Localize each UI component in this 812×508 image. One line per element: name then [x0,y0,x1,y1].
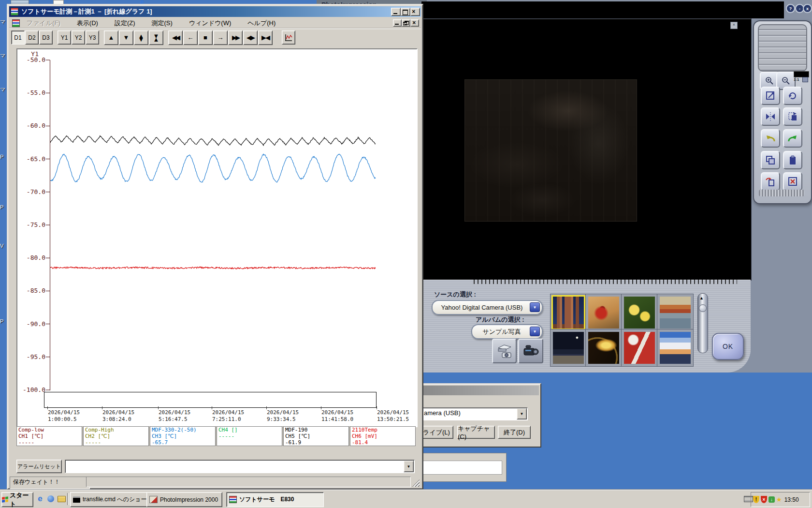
quicklaunch-mail-icon[interactable] [45,493,56,504]
tool-panel-ridge [759,190,804,196]
background-window-field [416,461,502,475]
titlebar[interactable]: ソフトサーモ計測－計測1 － [折れ線グラフ 1] × [9,6,421,17]
menu-file[interactable]: ファイル(F) [27,19,60,28]
flip-horizontal-button[interactable] [761,107,780,126]
compress-horizontal-button[interactable]: ▶◀ [258,30,273,45]
thumbnail-cardinal-bird[interactable] [585,294,622,331]
thumbnail-city-night[interactable] [550,329,587,367]
chevron-down-icon[interactable]: ▼ [530,302,540,312]
chevron-down-icon[interactable]: ▼ [517,408,527,419]
d1-button[interactable]: D1 [11,30,25,45]
thumbnail-sunset-clouds[interactable] [657,329,694,367]
channel-cell-ch2[interactable]: Comp-HighCH2 [℃]----- [83,426,149,446]
close-button[interactable]: × [410,8,420,16]
undo-button[interactable] [761,129,780,148]
quicklaunch-folder-icon[interactable] [56,493,67,504]
channel-cell-ch6[interactable]: 2110TempCH6 [mV]-81.4 [350,426,416,446]
channel-cell-ch1[interactable]: Comp-lowCH1 [℃]----- [16,426,82,446]
expand-vertical-button[interactable]: ▲ ▼ [134,30,148,45]
thumbnail-yellow-flowers[interactable] [621,294,658,331]
mdi-close-button[interactable]: × [410,19,419,27]
preview-close-icon[interactable]: × [730,22,738,29]
update-icon[interactable]: ↓ [768,496,775,503]
thumbnail-gold-abstract[interactable] [585,329,622,367]
chevron-down-icon[interactable]: ▼ [530,327,540,336]
chevron-down-icon[interactable]: ▼ [404,461,414,472]
ok-button[interactable]: OK [712,333,744,360]
source-select-dropdown[interactable]: Yahoo! Digital Camera (USB) ▼ [432,300,543,315]
menu-help[interactable]: ヘルプ(H) [247,19,276,28]
task-softthermo[interactable]: ソフトサーモ E830 [226,492,324,507]
help-button[interactable]: ? [786,4,795,13]
scrollbar-thumb[interactable] [699,304,707,312]
camera-preview-image [464,79,637,222]
close-button[interactable]: x [803,4,812,13]
camera-preview-area: × [416,18,752,281]
video-camera-button[interactable] [518,339,543,363]
star-icon[interactable]: ★ [776,496,782,503]
scroll-down-button[interactable]: ▼ [119,30,133,45]
task-transfile[interactable]: transfile.cmd へのショート... [70,492,150,507]
thumbnail-rock-spires[interactable] [550,294,587,331]
security-error-icon[interactable]: × [761,496,767,503]
maximize-button[interactable] [401,8,410,16]
channel-cell-ch5[interactable]: MDF-190CH5 [℃]-61.9 [283,426,349,446]
d3-button[interactable]: D3 [39,30,53,45]
fit-window-icon[interactable] [802,77,808,82]
crop-rotate-button[interactable] [783,107,802,126]
resize-button[interactable] [761,87,780,105]
time-range-box[interactable] [44,392,377,408]
minimize-button[interactable] [391,8,401,16]
y2-button[interactable]: Y2 [72,30,85,45]
compress-vertical-button[interactable]: ▼ ▲ [149,30,163,45]
step-back-button[interactable]: ← [183,30,198,45]
scroll-up-icon[interactable]: ▲ [699,296,704,300]
close-image-button[interactable] [783,172,802,191]
thumbnail-ship-flag[interactable] [621,329,658,367]
album-select-value: サンプル写真 [482,328,531,336]
mdi-minimize-button[interactable] [393,19,402,27]
menu-view[interactable]: 表示(D) [77,19,98,28]
expand-horizontal-button[interactable]: ◀▶ [243,30,258,45]
source-select-label: ソースの選択 : [434,290,476,299]
thumbnail-harbor-town[interactable] [657,294,694,331]
live-button[interactable]: ライブ(L) [420,426,453,439]
source-select-value: Yahoo! Digital Camera (USB) [441,304,534,311]
exit-button[interactable]: 終了(D) [498,426,531,439]
capture-button[interactable]: キャプチャ(C) [457,426,495,439]
mdi-restore-button[interactable] [402,19,410,27]
channel-cell-ch4[interactable]: CH4 []----- [217,426,282,446]
delete-button[interactable] [761,172,780,191]
filmstrip-ruler [474,280,737,284]
zoom-ratio-label[interactable]: 1:1 [794,77,799,82]
y1-button[interactable]: Y1 [58,30,71,45]
scroll-up-button[interactable]: ▲ [104,30,118,45]
rotate-button[interactable] [783,87,802,105]
acquire-scanner-button[interactable] [492,339,517,363]
step-forward-button[interactable]: → [213,30,228,45]
clock[interactable]: 13:50 [784,496,799,503]
alarm-reset-button[interactable]: アラームリセット [16,460,62,473]
channel-cell-ch3[interactable]: MDF-330-2(-50)CH3 [℃]-65.7 [150,426,216,446]
alarm-message-combobox[interactable]: ▼ [65,460,415,473]
camera-source-combobox[interactable]: amera (USB) ▼ [405,407,528,420]
d2-button[interactable]: D2 [25,30,39,45]
thumbnail-scrollbar[interactable]: ▲ [697,293,708,353]
task-photoimpression[interactable]: PhotoImpression 2000 [146,492,222,507]
paste-button[interactable] [783,151,802,169]
copy-button[interactable] [761,151,780,169]
security-alert-icon[interactable]: ! [753,496,759,503]
menu-settings[interactable]: 設定(Z) [115,19,135,28]
menu-window[interactable]: ウィンドウ(W) [189,19,231,28]
fast-forward-button[interactable]: ▶▶ [228,30,243,45]
start-button[interactable]: スタート [1,492,33,507]
menu-measure[interactable]: 測定(S) [151,19,172,28]
resize-grip[interactable] [412,479,420,487]
stop-button[interactable]: ■ [198,30,213,45]
rewind-button[interactable]: ◀◀ [168,30,183,45]
album-select-dropdown[interactable]: サンプル写真 ▼ [471,324,543,339]
y3-button[interactable]: Y3 [86,30,99,45]
quicklaunch-ie-icon[interactable]: e [35,493,45,504]
graph-settings-button[interactable] [282,30,295,45]
redo-button[interactable] [783,129,802,148]
